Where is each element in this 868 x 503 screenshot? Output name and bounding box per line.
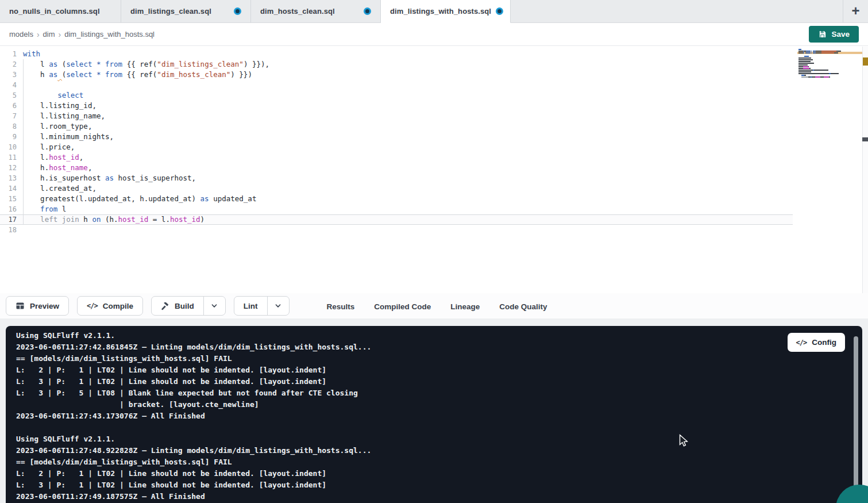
code-line-18[interactable]: 18 <box>0 225 793 235</box>
minimap-line <box>798 64 853 66</box>
line-number: 9 <box>0 132 23 142</box>
code-line-2[interactable]: 2 l as (select * from {{ ref("dim_listin… <box>0 59 793 70</box>
config-button-label: Config <box>812 338 836 347</box>
save-button[interactable]: Save <box>809 26 859 43</box>
file-tab-dim_listings_clean.sql[interactable]: dim_listings_clean.sql <box>121 0 251 22</box>
minimap[interactable] <box>798 49 853 80</box>
line-number: 11 <box>0 152 23 163</box>
result-tab-code-quality[interactable]: Code Quality <box>489 293 557 321</box>
code-line-15[interactable]: 15 greatest(l.updated_at, h.updated_at) … <box>0 194 793 204</box>
breadcrumb-item[interactable]: dim_listings_with_hosts.sql <box>64 30 155 39</box>
modified-dot-icon[interactable] <box>234 7 241 15</box>
build-button[interactable]: Build <box>152 297 204 315</box>
terminal-line: L: 3 | P: 5 | LT08 | Blank line expected… <box>16 387 862 399</box>
code-icon: </> <box>87 302 98 310</box>
config-button[interactable]: </> Config <box>788 333 845 352</box>
terminal-line: Using SQLFluff v2.1.1. <box>16 433 862 445</box>
save-button-label: Save <box>831 30 850 39</box>
code-editor[interactable]: 1with2 l as (select * from {{ ref("dim_l… <box>0 47 868 293</box>
table-icon <box>16 301 25 310</box>
minimap-line <box>798 59 853 60</box>
code-line-text: l as (select * from {{ ref("dim_listings… <box>23 59 793 70</box>
file-tab-label: dim_listings_with_hosts.sql <box>390 7 491 16</box>
terminal-line: L: 3 | P: 1 | LT02 | Line should not be … <box>16 376 862 387</box>
compile-button[interactable]: </> Compile <box>77 296 143 316</box>
code-line-11[interactable]: 11 l.host_id, <box>0 152 793 163</box>
tab-bar-spacer <box>511 0 843 22</box>
code-line-text: from l <box>23 204 793 214</box>
file-tab-dim_listings_with_hosts.sql[interactable]: dim_listings_with_hosts.sql <box>381 0 511 23</box>
new-tab-button[interactable]: + <box>843 0 868 22</box>
lint-button[interactable]: Lint <box>234 297 268 315</box>
code-line-text: h as (select * from {{ ref("dim_hosts_cl… <box>23 70 793 80</box>
plus-icon: + <box>851 4 859 18</box>
code-line-17[interactable]: 17 left join h on (h.host_id = l.host_id… <box>0 214 793 225</box>
terminal-line: == [models/dim/dim_listings_with_hosts.s… <box>16 456 862 468</box>
minimap-line <box>798 68 853 69</box>
code-line-text: h.host_name, <box>23 163 793 173</box>
result-tab-compiled-code[interactable]: Compiled Code <box>364 293 441 321</box>
minimap-line <box>798 54 853 55</box>
code-line-4[interactable]: 4 <box>0 80 793 90</box>
code-icon: </> <box>796 339 807 347</box>
code-line-3[interactable]: 3 h as (select * from {{ ref("dim_hosts_… <box>0 70 793 80</box>
minimap-line <box>798 56 853 57</box>
code-line-text: l.created_at, <box>23 183 793 194</box>
build-dropdown-button[interactable] <box>204 297 225 315</box>
minimap-line <box>798 66 853 67</box>
breadcrumb-item[interactable]: dim <box>43 30 55 39</box>
minimap-line <box>798 71 853 72</box>
code-line-text: greatest(l.updated_at, h.updated_at) as … <box>23 194 793 204</box>
line-number: 1 <box>0 49 23 59</box>
code-line-text <box>23 80 793 90</box>
terminal-line <box>16 422 862 433</box>
chevron-right-icon: › <box>59 30 61 39</box>
line-number: 14 <box>0 183 23 194</box>
modified-dot-icon[interactable] <box>496 7 503 15</box>
code-line-12[interactable]: 12 h.host_name, <box>0 163 793 173</box>
chevron-right-icon: › <box>37 30 40 39</box>
code-line-5[interactable]: 5 select <box>0 90 793 101</box>
preview-button-label: Preview <box>30 302 59 310</box>
code-line-14[interactable]: 14 l.created_at, <box>0 183 793 194</box>
code-line-13[interactable]: 13 h.is_superhost as host_is_superhost, <box>0 173 793 183</box>
code-line-8[interactable]: 8 l.room_type, <box>0 121 793 132</box>
code-line-1[interactable]: 1with <box>0 49 793 59</box>
terminal-scrollbar[interactable] <box>854 336 858 501</box>
editor-scrollbar[interactable] <box>862 47 868 293</box>
code-line-7[interactable]: 7 l.listing_name, <box>0 111 793 121</box>
code-line-6[interactable]: 6 l.listing_id, <box>0 101 793 111</box>
indent-guide <box>23 59 24 225</box>
breadcrumb-item[interactable]: models <box>9 30 33 39</box>
file-tab-no_nulls_in_columns.sql[interactable]: no_nulls_in_columns.sql <box>0 0 121 22</box>
line-number: 5 <box>0 90 23 101</box>
line-number: 3 <box>0 70 23 80</box>
code-line-9[interactable]: 9 l.minimum_nights, <box>0 132 793 142</box>
code-line-text: h.is_superhost as host_is_superhost, <box>23 173 793 183</box>
code-line-16[interactable]: 16 from l <box>0 204 793 214</box>
lint-button-label: Lint <box>244 302 258 310</box>
line-number: 18 <box>0 225 23 235</box>
line-number: 10 <box>0 142 23 152</box>
terminal-line: L: 2 | P: 1 | LT02 | Line should not be … <box>16 364 862 376</box>
action-toolbar: Preview </> Compile Build Lint <box>0 293 868 318</box>
line-number: 4 <box>0 80 23 90</box>
lint-dropdown-button[interactable] <box>268 297 289 315</box>
line-number: 2 <box>0 59 23 70</box>
line-number: 6 <box>0 101 23 111</box>
file-tab-label: dim_listings_clean.sql <box>130 7 211 16</box>
result-tab-lineage[interactable]: Lineage <box>441 293 489 321</box>
terminal-line: L: 3 | P: 1 | LT02 | Line should not be … <box>16 479 862 491</box>
code-line-text: l.price, <box>23 142 793 152</box>
modified-dot-icon[interactable] <box>364 7 371 15</box>
code-line-text: select <box>23 90 793 101</box>
code-line-text: left join h on (h.host_id = l.host_id) <box>23 215 793 224</box>
result-tab-results[interactable]: Results <box>317 293 365 321</box>
code-line-10[interactable]: 10 l.price, <box>0 142 793 152</box>
terminal-line: L: 2 | P: 1 | LT02 | Line should not be … <box>16 468 862 479</box>
file-tab-dim_hosts_clean.sql[interactable]: dim_hosts_clean.sql <box>251 0 381 22</box>
preview-button[interactable]: Preview <box>6 296 69 316</box>
lint-split-button: Lint <box>234 296 290 316</box>
minimap-line <box>798 73 853 74</box>
line-number: 17 <box>0 215 23 224</box>
